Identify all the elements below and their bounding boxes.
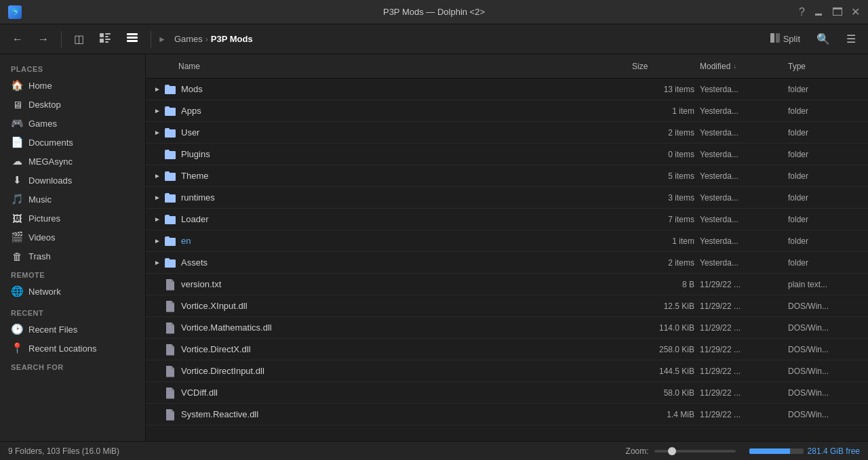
file-name: Vortice.DirectX.dll [181, 344, 632, 354]
statusbar-zoom: Zoom: [626, 446, 736, 456]
file-row[interactable]: Vortice.DirectInput.dll144.5 KiB11/29/22… [146, 360, 868, 382]
file-size: 258.0 KiB [632, 345, 700, 354]
file-type: folder [788, 85, 863, 94]
sidebar-item-pictures[interactable]: 🖼 Pictures [0, 209, 145, 228]
file-icon [163, 364, 177, 378]
recent-locations-icon: 📍 [11, 342, 23, 354]
maximize-icon[interactable]: 🗖 [832, 6, 843, 18]
file-row[interactable]: version.txt8 B11/29/22 ...plain text... [146, 274, 868, 295]
expand-toggle[interactable]: ► [151, 235, 163, 247]
sidebar-item-megasync[interactable]: ☁ MEGAsync [0, 152, 145, 171]
titlebar-left: 🐬 [8, 5, 22, 19]
col-header-size[interactable]: Size [632, 62, 700, 71]
free-bar-track [749, 448, 804, 454]
expand-toggle[interactable]: ► [151, 257, 163, 269]
file-name: Plugins [181, 149, 632, 159]
expand-toggle[interactable]: ► [151, 83, 163, 96]
toolbar: ← → ◫ ► Games › [0, 24, 868, 54]
sidebar-item-trash[interactable]: 🗑 Trash [0, 247, 145, 266]
sidebar-item-home[interactable]: 🏠 Home [0, 76, 145, 95]
breadcrumb-games[interactable]: Games [174, 34, 203, 44]
sidebar-item-videos[interactable]: 🎬 Videos [0, 228, 145, 247]
expand-toggle[interactable]: ► [151, 127, 163, 139]
places-label: Places [0, 60, 145, 76]
file-row[interactable]: ►User2 itemsYesterda...folder [146, 122, 868, 144]
free-space-label: 281.4 GiB free [808, 446, 860, 456]
file-type: folder [788, 128, 863, 138]
file-modified: Yesterda... [700, 150, 788, 159]
file-modified: 11/29/22 ... [700, 388, 788, 398]
expand-toggle[interactable]: ► [151, 105, 163, 117]
sidebar-label-pictures: Pictures [28, 213, 60, 224]
file-name: Apps [181, 106, 632, 116]
close-icon[interactable]: ✕ [851, 5, 860, 18]
file-name: Assets [181, 257, 632, 268]
expand-toggle[interactable]: ► [151, 170, 163, 182]
search-button[interactable]: 🔍 [811, 30, 835, 48]
breadcrumb-arrow: ► [158, 35, 166, 44]
file-size: 114.0 KiB [632, 323, 700, 333]
sidebar-item-recent-files[interactable]: 🕑 Recent Files [0, 320, 145, 339]
file-size: 3 items [632, 193, 700, 203]
file-row[interactable]: ►Mods13 itemsYesterda...folder [146, 79, 868, 100]
svg-rect-1 [105, 33, 111, 35]
column-headers: Name Size Modified ↓ Type [146, 54, 868, 79]
view-compact-button[interactable] [94, 29, 117, 49]
back-button[interactable]: ← [7, 30, 28, 48]
file-row[interactable]: System.Reactive.dll1.4 MiB11/29/22 ...DO… [146, 404, 868, 425]
file-row[interactable]: VCDiff.dll58.0 KiB11/29/22 ...DOS/Win... [146, 382, 868, 404]
sidebar-item-documents[interactable]: 📄 Documents [0, 133, 145, 152]
file-row[interactable]: Vortice.DirectX.dll258.0 KiB11/29/22 ...… [146, 339, 868, 360]
back-icon: ← [12, 33, 23, 45]
file-type: plain text... [788, 280, 863, 289]
sidebar-item-recent-locations[interactable]: 📍 Recent Locations [0, 339, 145, 358]
file-name: User [181, 127, 632, 138]
sidebar-label-home: Home [28, 81, 52, 91]
sidebar-item-music[interactable]: 🎵 Music [0, 190, 145, 209]
titlebar-controls: ? 🗕 🗖 ✕ [799, 5, 860, 18]
file-type: folder [788, 215, 863, 224]
file-name: runtimes [181, 192, 632, 203]
col-header-name[interactable]: Name [151, 62, 632, 71]
forward-button[interactable]: → [33, 30, 54, 48]
expand-toggle[interactable]: ► [151, 192, 163, 204]
megasync-icon: ☁ [11, 155, 23, 167]
file-type: DOS/Win... [788, 410, 863, 419]
col-header-modified[interactable]: Modified ↓ [700, 62, 788, 71]
file-row[interactable]: ►Apps1 itemYesterda...folder [146, 100, 868, 122]
file-browser: Name Size Modified ↓ Type ►Mods13 itemsY… [146, 54, 868, 441]
svg-rect-7 [127, 37, 138, 39]
split-button[interactable]: Split [764, 30, 806, 48]
file-row[interactable]: Plugins0 itemsYesterda...folder [146, 144, 868, 165]
help-icon[interactable]: ? [799, 6, 805, 18]
file-modified: 11/29/22 ... [700, 367, 788, 376]
file-modified: Yesterda... [700, 128, 788, 138]
view-icons-button[interactable]: ◫ [68, 30, 90, 48]
sidebar-item-desktop[interactable]: 🖥 Desktop [0, 95, 145, 114]
file-row[interactable]: ►Theme5 itemsYesterda...folder [146, 165, 868, 187]
sidebar-label-downloads: Downloads [28, 175, 72, 186]
file-row[interactable]: ►runtimes3 itemsYesterda...folder [146, 187, 868, 209]
sidebar-item-network[interactable]: 🌐 Network [0, 282, 145, 301]
file-row[interactable]: ►en1 itemYesterda...folder [146, 230, 868, 252]
file-type: DOS/Win... [788, 345, 863, 354]
sidebar-item-games[interactable]: 🎮 Games [0, 114, 145, 133]
file-row[interactable]: Vortice.XInput.dll12.5 KiB11/29/22 ...DO… [146, 295, 868, 317]
col-header-type[interactable]: Type [788, 62, 863, 71]
file-row[interactable]: Vortice.Mathematics.dll114.0 KiB11/29/22… [146, 317, 868, 339]
menu-button[interactable]: ☰ [841, 30, 861, 48]
sidebar-label-megasync: MEGAsync [28, 156, 73, 167]
file-row[interactable]: ►Loader7 itemsYesterda...folder [146, 209, 868, 230]
file-modified: Yesterda... [700, 215, 788, 224]
zoom-slider[interactable] [654, 450, 736, 453]
minimize-icon[interactable]: 🗕 [813, 6, 824, 18]
expand-toggle[interactable]: ► [151, 213, 163, 226]
sort-indicator: ↓ [733, 62, 736, 70]
sidebar-label-games: Games [28, 119, 57, 129]
file-icon [163, 321, 177, 335]
file-row[interactable]: ►Assets2 itemsYesterda...folder [146, 252, 868, 274]
sidebar-item-downloads[interactable]: ⬇ Downloads [0, 171, 145, 190]
file-type: folder [788, 236, 863, 246]
file-modified: 11/29/22 ... [700, 345, 788, 354]
view-detail-button[interactable] [121, 29, 144, 49]
